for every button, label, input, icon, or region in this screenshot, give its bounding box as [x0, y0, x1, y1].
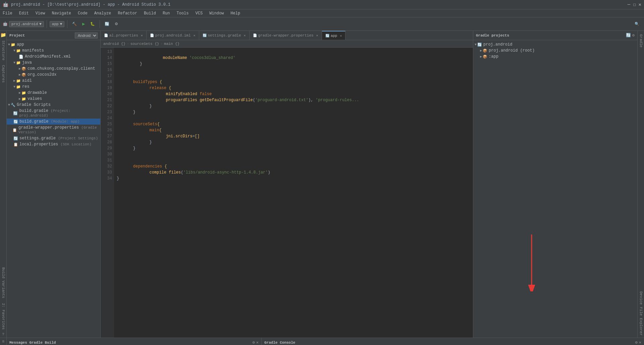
tab-close[interactable]: ✕ [244, 33, 246, 38]
favorites-icon-btn[interactable]: 2: Favorites [1, 301, 6, 332]
tree-item-values[interactable]: ▶ 📁 values [7, 96, 100, 102]
tree-label: :app [489, 54, 498, 59]
gradle-panel-title: Gradle projects [476, 33, 509, 38]
gradle-tree-root[interactable]: ▼ 🔄 proj.android [473, 42, 637, 48]
gradle-tree-app[interactable]: ▶ 📦 :app [473, 54, 637, 60]
maximize-button[interactable]: ☐ [633, 2, 636, 7]
tree-item-res[interactable]: ▼ 📁 res [7, 84, 100, 90]
tree-item-java[interactable]: ▼ 📁 java [7, 60, 100, 66]
tab-al-properties[interactable]: 📄 al.properties ✕ [101, 31, 147, 40]
tree-item-gradle-scripts[interactable]: ▼ 🔧 Gradle Scripts [7, 102, 100, 108]
menu-vcs[interactable]: VCS [194, 10, 204, 16]
menu-help[interactable]: Help [229, 10, 241, 16]
left-sidebar-icons: 📁 Structure Captures Build Variants 2: F… [0, 31, 7, 338]
close-button[interactable]: ✕ [639, 2, 641, 7]
refresh-icon[interactable]: 🔄 [626, 33, 631, 38]
expand-icon: ▶ [13, 79, 15, 83]
todo-icon-btn[interactable]: ? [2, 332, 4, 336]
menu-edit[interactable]: Edit [18, 10, 30, 16]
structure-icon-btn[interactable]: Structure [1, 39, 6, 62]
menu-analyze[interactable]: Analyze [93, 10, 112, 16]
close-icon[interactable]: ✕ [256, 340, 259, 345]
tab-gradle-wrapper[interactable]: 📄 gradle-wrapper.properties ✕ [250, 31, 322, 40]
tree-item-settings-gradle[interactable]: 🔄 settings.gradle (Project Settings) [7, 135, 100, 141]
expand-icon: ▶ [19, 97, 21, 101]
tab-close[interactable]: ✕ [340, 34, 342, 38]
tree-label: build.gradle (Project: proj.android) [19, 109, 99, 118]
app-selector[interactable]: app ▼ [50, 21, 64, 27]
menu-code[interactable]: Code [76, 10, 89, 16]
build-variants-icon-btn[interactable]: Build Variants [1, 265, 6, 300]
sync-button[interactable]: 🔄 [103, 21, 111, 27]
debug-button[interactable]: 🐛 [88, 21, 97, 27]
settings-icon[interactable]: ⚙ [635, 340, 638, 345]
window-title: proj.android - [D:\test\proj.android] - … [11, 2, 170, 7]
settings-button[interactable]: ⚙ [113, 21, 120, 27]
right-sidebar-icons: Gradle Device File Explorer [637, 31, 644, 338]
make-button[interactable]: 🔨 [70, 21, 79, 27]
tree-label: settings.gradle (Project Settings) [19, 136, 98, 141]
tree-item-com-chukong[interactable]: ▶ 📦 com.chukong.cocosplay.client [7, 66, 100, 72]
menu-window[interactable]: Window [208, 10, 225, 16]
settings-icon[interactable]: ⚙ [253, 340, 255, 345]
gradle-file-icon: 🔄 [13, 120, 18, 124]
properties-file-icon-2: 📋 [13, 142, 18, 147]
android-selector[interactable]: Android [75, 32, 98, 39]
tree-label: com.chukong.cocosplay.client [28, 66, 95, 71]
menu-refactor[interactable]: Refactor [116, 10, 139, 16]
tree-item-local-properties[interactable]: 📋 local.properties (SDK Location) [7, 141, 100, 147]
settings-icon[interactable]: ⚙ [632, 33, 635, 38]
left-bottom-strip: ≡ ⋮ ✕ ⚠ ↓ ↑ 🔧 [0, 338, 7, 345]
menu-file[interactable]: File [1, 10, 14, 16]
tree-item-gradle-wrapper[interactable]: 📋 gradle-wrapper.properties (Gradle Vers… [7, 125, 100, 135]
tab-settings-gradle[interactable]: 🔄 settings.gradle ✕ [199, 31, 250, 40]
tab-app-active[interactable]: 🔄 app ✕ [322, 31, 346, 40]
tab-label: al.properties [109, 33, 138, 38]
app-label: app [52, 22, 59, 26]
menu-tools[interactable]: Tools [175, 10, 190, 16]
project-panel-title: Project [9, 33, 25, 38]
event-log-icon-btn[interactable]: Device File Explorer [638, 289, 644, 338]
expand-icon: ▼ [8, 103, 10, 107]
breadcrumb-main[interactable]: main {} [164, 42, 179, 46]
project-selector[interactable]: proj.android ▼ [9, 21, 44, 27]
breadcrumb-android[interactable]: android {} [103, 42, 125, 46]
package-icon: 📦 [21, 73, 26, 77]
gradle-icon-btn[interactable]: Gradle [638, 32, 644, 50]
tab-close[interactable]: ✕ [193, 33, 195, 38]
main-area: 📁 Structure Captures Build Variants 2: F… [0, 31, 644, 338]
chevron-down-icon: ▼ [39, 22, 42, 26]
tree-label: aidl [22, 78, 32, 83]
tree-item-androidmanifest[interactable]: 📄 AndroidManifest.xml [7, 54, 100, 60]
expand-icon: ▼ [475, 43, 477, 47]
tree-item-build-gradle-module[interactable]: 🔄 build.gradle (Module: app) [7, 119, 100, 125]
tab-close[interactable]: ✕ [141, 33, 143, 38]
minimize-button[interactable]: — [628, 2, 630, 7]
run-button[interactable]: ▶ [80, 21, 87, 27]
menu-view[interactable]: View [34, 10, 47, 16]
tree-label: app [17, 42, 24, 47]
gradle-tree-proj-root[interactable]: ▶ 📦 proj.android (root) [473, 48, 637, 54]
tree-item-app-root[interactable]: ▼ 📁 app [7, 42, 100, 48]
tree-item-manifests[interactable]: ▼ 📁 manifests [7, 48, 100, 54]
tree-item-drawable[interactable]: ▶ 📁 drawable [7, 90, 100, 96]
folder-icon: 📁 [16, 85, 21, 89]
list-icon[interactable]: ≡ [1, 338, 6, 345]
close-icon[interactable]: ✕ [639, 340, 641, 345]
toolbar-separator-3 [100, 20, 100, 28]
menu-navigate[interactable]: Navigate [50, 10, 72, 16]
captures-icon-btn[interactable]: Captures [1, 63, 6, 85]
tab-proj-iml[interactable]: 📄 proj.android.iml ✕ [147, 31, 199, 40]
menu-build[interactable]: Build [143, 10, 157, 16]
search-button[interactable]: 🔍 [633, 21, 641, 27]
project-icon-btn[interactable]: 📁 [0, 32, 6, 38]
tree-item-org-cocos2dx[interactable]: ▶ 📦 org.cocos2dx [7, 72, 100, 78]
code-editor[interactable]: moduleName 'cocos3dlua_shared' } buildTy… [114, 48, 473, 338]
tree-item-aidl[interactable]: ▶ 📁 aidl [7, 78, 100, 84]
tree-label: Gradle Scripts [17, 102, 51, 107]
breadcrumb-sourcesets[interactable]: sourceSets {} [130, 42, 159, 46]
tab-close[interactable]: ✕ [316, 33, 318, 38]
expand-icon: ▶ [480, 55, 482, 59]
tree-item-build-gradle-project[interactable]: 🔄 build.gradle (Project: proj.android) [7, 108, 100, 119]
menu-run[interactable]: Run [161, 10, 171, 16]
